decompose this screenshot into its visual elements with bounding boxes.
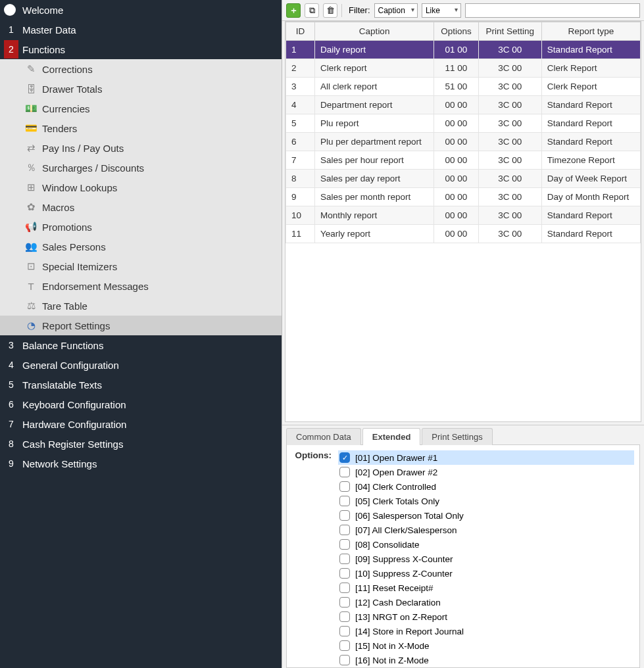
option-row[interactable]: [16] Not in Z-Mode (338, 653, 634, 667)
option-row[interactable]: [14] Store in Report Journal (338, 624, 634, 638)
table-row[interactable]: 9Sales per month report00 003C 00Day of … (286, 188, 641, 206)
sidebar-item-9[interactable]: 9Network Settings (0, 454, 282, 473)
option-row[interactable]: [15] Not in X-Mode (338, 638, 634, 653)
sidebar-item-3[interactable]: 3Balance Functions (0, 335, 282, 355)
sub-item[interactable]: 👥Sales Persons (0, 237, 282, 256)
grid-header[interactable]: Options (434, 22, 478, 41)
checkbox-icon[interactable] (339, 539, 350, 550)
table-row[interactable]: 11Yearly report00 003C 00Standard Report (286, 225, 641, 243)
sub-item-label: Pay Ins / Pay Outs (42, 143, 124, 154)
money-icon: 💵 (24, 102, 38, 115)
checkbox-icon[interactable] (339, 655, 350, 665)
sub-item[interactable]: ⚖Tare Table (0, 296, 282, 316)
checkbox-icon[interactable] (339, 640, 350, 651)
sidebar-item-5[interactable]: 5Translatable Texts (0, 375, 282, 394)
add-button[interactable]: ＋ (286, 3, 301, 18)
checkbox-icon[interactable] (339, 510, 350, 521)
delete-button[interactable]: 🗑 (323, 3, 337, 18)
toolbar: ＋ ⧉ 🗑 Filter: Caption Like (282, 0, 644, 21)
table-row[interactable]: 3All clerk report51 003C 00Clerk Report (286, 78, 641, 96)
grid-header[interactable]: Caption (315, 22, 434, 41)
sub-item[interactable]: ⊡Special Itemizers (0, 256, 282, 276)
checkbox-icon[interactable] (339, 568, 350, 579)
option-row[interactable]: [11] Reset Receipt# (338, 581, 634, 595)
option-row[interactable]: [02] Open Drawer #2 (338, 465, 634, 479)
table-row[interactable]: 5Plu report00 003C 00Standard Report (286, 114, 641, 133)
tab[interactable]: Common Data (286, 428, 361, 445)
sub-item[interactable]: 💳Tenders (0, 118, 282, 138)
sub-item[interactable]: ✎Corrections (0, 59, 282, 79)
checkbox-icon[interactable]: ✓ (339, 452, 350, 463)
table-cell: 3C 00 (478, 96, 541, 114)
sidebar-welcome[interactable]: ⌂ Welcome (0, 0, 282, 20)
option-row[interactable]: [06] Salesperson Total Only (338, 508, 634, 523)
option-row[interactable]: [08] Consolidate (338, 537, 634, 552)
sub-item[interactable]: 🗄Drawer Totals (0, 79, 282, 99)
checkbox-icon[interactable] (339, 496, 350, 506)
option-label: [05] Clerk Totals Only (355, 496, 439, 506)
sub-item[interactable]: ⇄Pay Ins / Pay Outs (0, 138, 282, 158)
checkbox-icon[interactable] (339, 467, 350, 477)
checkbox-icon[interactable] (339, 554, 350, 564)
sub-item[interactable]: ✿Macros (0, 197, 282, 217)
table-cell: Daily report (315, 41, 434, 59)
sidebar-item-label: Translatable Texts (22, 379, 102, 391)
tab[interactable]: Extended (362, 428, 421, 445)
sidebar-item-2[interactable]: 2Functions (0, 39, 282, 59)
sidebar-item-7[interactable]: 7Hardware Configuration (0, 414, 282, 434)
table-cell: 8 (286, 170, 315, 188)
table-row[interactable]: 6Plu per department report00 003C 00Stan… (286, 133, 641, 151)
table-cell: All clerk report (315, 78, 434, 96)
sidebar-item-6[interactable]: 6Keyboard Configuration (0, 394, 282, 414)
table-row[interactable]: 10Monthly report00 003C 00Standard Repor… (286, 206, 641, 225)
sub-item[interactable]: ％Surcharges / Discounts (0, 158, 282, 178)
table-row[interactable]: 7Sales per hour report00 003C 00Timezone… (286, 151, 641, 170)
checkbox-icon[interactable] (339, 481, 350, 492)
copy-button[interactable]: ⧉ (305, 3, 319, 18)
filter-field-combo[interactable]: Caption (374, 3, 418, 18)
sidebar-item-num: 9 (4, 458, 18, 469)
sub-item[interactable]: ◔Report Settings (0, 316, 282, 335)
option-row[interactable]: [07] All Clerk/Salesperson (338, 523, 634, 537)
option-row[interactable]: [09] Suppress X-Counter (338, 552, 634, 566)
option-row[interactable]: ✓[01] Open Drawer #1 (338, 450, 634, 465)
sub-item[interactable]: ⊞Window Lookups (0, 178, 282, 197)
sub-item[interactable]: TEndorsement Messages (0, 276, 282, 296)
tab[interactable]: Print Settings (422, 428, 492, 445)
sidebar-item-4[interactable]: 4General Configuration (0, 355, 282, 375)
grid-header-row: IDCaptionOptionsPrint SettingReport type (286, 22, 641, 41)
sidebar-item-8[interactable]: 8Cash Register Settings (0, 434, 282, 454)
table-cell: Day of Week Report (541, 170, 640, 188)
sidebar-item-1[interactable]: 1Master Data (0, 20, 282, 39)
grid-header[interactable]: Report type (541, 22, 640, 41)
option-row[interactable]: [10] Suppress Z-Counter (338, 566, 634, 581)
checkbox-icon[interactable] (339, 597, 350, 608)
grid-header[interactable]: ID (286, 22, 315, 41)
sidebar-item-label: Cash Register Settings (22, 439, 123, 450)
tab-body: Options: ✓[01] Open Drawer #1[02] Open D… (286, 444, 640, 668)
filter-input[interactable] (465, 3, 640, 18)
table-row[interactable]: 2Clerk report11 003C 00Clerk Report (286, 59, 641, 78)
checkbox-icon[interactable] (339, 525, 350, 535)
checkbox-icon[interactable] (339, 626, 350, 636)
sub-item[interactable]: 📢Promotions (0, 217, 282, 237)
table-cell: 3C 00 (478, 151, 541, 170)
table-cell: Sales per hour report (315, 151, 434, 170)
itemizer-icon: ⊡ (24, 260, 38, 273)
checkbox-icon[interactable] (339, 583, 350, 593)
table-cell: Clerk Report (541, 78, 640, 96)
option-row[interactable]: [05] Clerk Totals Only (338, 494, 634, 508)
table-row[interactable]: 4Department report00 003C 00Standard Rep… (286, 96, 641, 114)
option-label: [08] Consolidate (355, 540, 420, 550)
option-row[interactable]: [12] Cash Declaration (338, 595, 634, 609)
table-cell: Standard Report (541, 206, 640, 225)
table-row[interactable]: 1Daily report01 003C 00Standard Report (286, 41, 641, 59)
table-row[interactable]: 8Sales per day report00 003C 00Day of We… (286, 170, 641, 188)
option-row[interactable]: [04] Clerk Controlled (338, 479, 634, 494)
filter-operator-combo[interactable]: Like (422, 3, 461, 18)
checkbox-icon[interactable] (339, 611, 350, 622)
option-row[interactable]: [13] NRGT on Z-Report (338, 609, 634, 624)
sub-item[interactable]: 💵Currencies (0, 99, 282, 118)
options-label: Options: (292, 450, 332, 460)
grid-header[interactable]: Print Setting (478, 22, 541, 41)
